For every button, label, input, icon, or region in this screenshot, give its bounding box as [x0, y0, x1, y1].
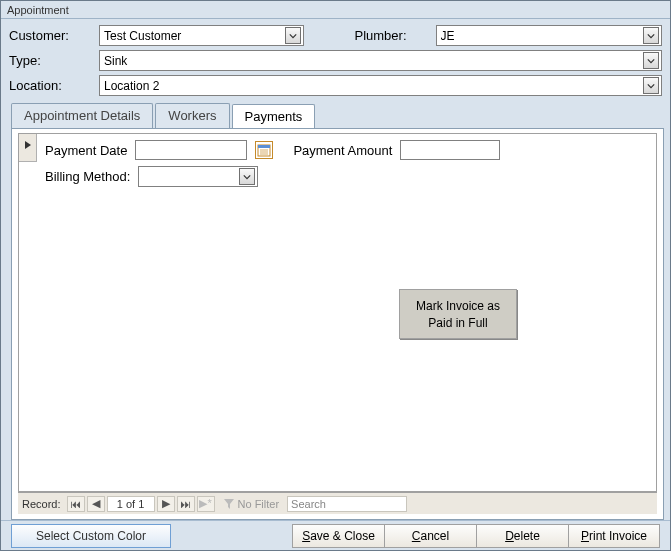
nav-last-icon[interactable]: ⏭	[177, 496, 195, 512]
type-value: Sink	[104, 54, 643, 68]
billing-method-combo[interactable]	[138, 166, 258, 187]
funnel-icon	[223, 498, 235, 510]
delete-button[interactable]: Delete	[476, 524, 568, 548]
command-buttons: Save & Close Cancel Delete Print Invoice	[292, 524, 660, 548]
tab-workers[interactable]: Workers	[155, 103, 229, 128]
no-filter-indicator: No Filter	[223, 498, 280, 510]
payment-amount-label: Payment Amount	[293, 143, 392, 158]
mark-paid-line1: Mark Invoice as	[416, 299, 500, 313]
chevron-down-icon[interactable]	[643, 27, 659, 44]
billing-method-label: Billing Method:	[45, 169, 130, 184]
location-value: Location 2	[104, 79, 643, 93]
tabstrip: Appointment Details Workers Payments	[11, 102, 664, 128]
record-selector[interactable]	[19, 134, 37, 162]
payment-amount-input[interactable]	[400, 140, 500, 160]
payments-subform: Payment Date Payment Amount Billing Meth…	[18, 133, 657, 492]
nav-prev-icon[interactable]: ◀	[87, 496, 105, 512]
calendar-icon[interactable]	[255, 141, 273, 159]
window-title-text: Appointment	[7, 4, 69, 16]
nav-new-icon[interactable]: ▶*	[197, 496, 215, 512]
save-close-button[interactable]: Save & Close	[292, 524, 384, 548]
window-title: Appointment	[1, 1, 670, 19]
chevron-down-icon[interactable]	[643, 52, 659, 69]
tab-payments[interactable]: Payments	[232, 104, 316, 129]
mark-paid-line2: Paid in Full	[428, 316, 487, 330]
cancel-button[interactable]: Cancel	[384, 524, 476, 548]
record-nav-bar: Record: ⏮ ◀ 1 of 1 ▶ ⏭ ▶* No Filter Sear…	[18, 492, 657, 514]
appointment-window: Appointment Customer: Test Customer Plum…	[0, 0, 671, 551]
customer-value: Test Customer	[104, 29, 285, 43]
payment-date-label: Payment Date	[45, 143, 127, 158]
plumber-value: JE	[441, 29, 644, 43]
print-rest: rint Invoice	[589, 529, 647, 543]
customer-combo[interactable]: Test Customer	[99, 25, 304, 46]
record-nav-label: Record:	[22, 498, 61, 510]
chevron-down-icon[interactable]	[285, 27, 301, 44]
cancel-rest: ancel	[420, 529, 449, 543]
record-search-input[interactable]: Search	[287, 496, 407, 512]
svg-rect-1	[258, 145, 270, 148]
chevron-down-icon[interactable]	[643, 77, 659, 94]
location-combo[interactable]: Location 2	[99, 75, 662, 96]
tab-appointment-details[interactable]: Appointment Details	[11, 103, 153, 128]
save-rest: ave & Close	[310, 529, 375, 543]
header-form: Customer: Test Customer Plumber: JE Type…	[1, 19, 670, 102]
payment-date-input[interactable]	[135, 140, 247, 160]
nav-first-icon[interactable]: ⏮	[67, 496, 85, 512]
select-custom-color-button[interactable]: Select Custom Color	[11, 524, 171, 548]
delete-rest: elete	[514, 529, 540, 543]
record-counter[interactable]: 1 of 1	[107, 496, 155, 512]
type-combo[interactable]: Sink	[99, 50, 662, 71]
print-invoice-button[interactable]: Print Invoice	[568, 524, 660, 548]
nav-next-icon[interactable]: ▶	[157, 496, 175, 512]
plumber-label: Plumber:	[336, 28, 426, 43]
bottom-bar: Select Custom Color Save & Close Cancel …	[1, 520, 670, 550]
location-label: Location:	[9, 78, 89, 93]
no-filter-text: No Filter	[238, 498, 280, 510]
payments-tab-body: Payment Date Payment Amount Billing Meth…	[11, 128, 664, 520]
payment-fields: Payment Date Payment Amount Billing Meth…	[45, 140, 500, 187]
mark-invoice-paid-button[interactable]: Mark Invoice as Paid in Full	[399, 289, 517, 339]
type-label: Type:	[9, 53, 89, 68]
plumber-combo[interactable]: JE	[436, 25, 663, 46]
chevron-down-icon[interactable]	[239, 168, 255, 185]
customer-label: Customer:	[9, 28, 89, 43]
